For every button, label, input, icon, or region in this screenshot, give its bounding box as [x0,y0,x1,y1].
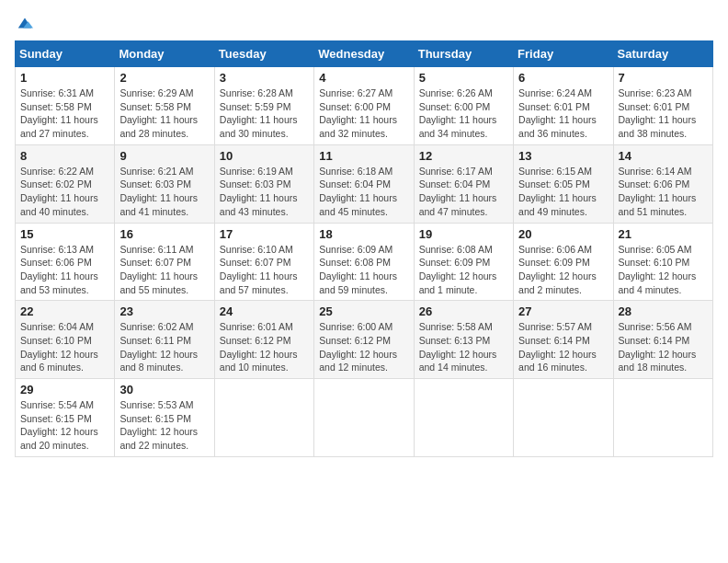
logo [15,15,33,31]
day-info: Sunrise: 6:18 AMSunset: 6:04 PMDaylight:… [319,165,408,219]
calendar-cell: 18Sunrise: 6:09 AMSunset: 6:08 PMDayligh… [314,223,414,301]
calendar-cell: 29Sunrise: 5:54 AMSunset: 6:15 PMDayligh… [16,379,115,457]
day-info: Sunrise: 6:05 AMSunset: 6:10 PMDaylight:… [619,243,708,297]
calendar-cell: 11Sunrise: 6:18 AMSunset: 6:04 PMDayligh… [314,144,414,223]
day-info: Sunrise: 6:08 AMSunset: 6:09 PMDaylight:… [419,243,508,297]
calendar-week-1: 1Sunrise: 6:31 AMSunset: 5:58 PMDaylight… [16,67,713,145]
calendar-cell: 13Sunrise: 6:15 AMSunset: 6:05 PMDayligh… [514,144,613,223]
calendar-cell: 3Sunrise: 6:28 AMSunset: 5:59 PMDaylight… [214,67,313,145]
day-number: 3 [220,71,309,85]
calendar-week-2: 8Sunrise: 6:22 AMSunset: 6:02 PMDaylight… [16,144,713,223]
logo-icon [17,15,33,31]
calendar-cell: 19Sunrise: 6:08 AMSunset: 6:09 PMDayligh… [414,223,513,301]
day-header-wednesday: Wednesday [314,41,414,67]
day-header-saturday: Saturday [613,41,712,67]
calendar-header-row: SundayMondayTuesdayWednesdayThursdayFrid… [16,41,713,67]
day-number: 8 [20,149,109,163]
day-info: Sunrise: 6:06 AMSunset: 6:09 PMDaylight:… [518,243,608,297]
calendar-cell: 26Sunrise: 5:58 AMSunset: 6:13 PMDayligh… [414,301,513,379]
calendar-cell: 9Sunrise: 6:21 AMSunset: 6:03 PMDaylight… [115,144,214,223]
day-number: 9 [119,149,209,163]
day-number: 10 [220,149,309,163]
day-number: 13 [518,149,608,163]
day-number: 24 [220,304,309,318]
day-info: Sunrise: 6:31 AMSunset: 5:58 PMDaylight:… [20,86,109,141]
calendar-cell: 4Sunrise: 6:27 AMSunset: 6:00 PMDaylight… [314,67,414,145]
day-info: Sunrise: 6:04 AMSunset: 6:10 PMDaylight:… [20,320,109,374]
day-number: 26 [419,304,508,318]
day-number: 6 [518,71,608,85]
day-number: 21 [619,227,708,241]
calendar-cell: 21Sunrise: 6:05 AMSunset: 6:10 PMDayligh… [613,223,712,301]
day-info: Sunrise: 6:28 AMSunset: 5:59 PMDaylight:… [220,86,309,141]
day-number: 15 [20,227,109,241]
day-number: 19 [419,227,508,241]
day-number: 22 [20,304,109,318]
calendar-cell: 12Sunrise: 6:17 AMSunset: 6:04 PMDayligh… [414,144,513,223]
day-number: 28 [619,304,708,318]
day-info: Sunrise: 5:57 AMSunset: 6:14 PMDaylight:… [518,320,608,374]
calendar-week-4: 22Sunrise: 6:04 AMSunset: 6:10 PMDayligh… [16,301,713,379]
calendar-cell: 1Sunrise: 6:31 AMSunset: 5:58 PMDaylight… [16,67,115,145]
calendar-cell: 6Sunrise: 6:24 AMSunset: 6:01 PMDaylight… [514,67,613,145]
day-info: Sunrise: 6:10 AMSunset: 6:07 PMDaylight:… [220,243,309,297]
calendar-cell: 14Sunrise: 6:14 AMSunset: 6:06 PMDayligh… [613,144,712,223]
calendar-cell [613,379,712,457]
day-number: 30 [119,383,209,396]
calendar-cell: 25Sunrise: 6:00 AMSunset: 6:12 PMDayligh… [314,301,414,379]
day-number: 7 [619,71,708,85]
calendar-cell: 20Sunrise: 6:06 AMSunset: 6:09 PMDayligh… [514,223,613,301]
calendar-cell: 22Sunrise: 6:04 AMSunset: 6:10 PMDayligh… [16,301,115,379]
day-header-thursday: Thursday [414,41,513,67]
day-number: 27 [518,304,608,318]
day-info: Sunrise: 6:17 AMSunset: 6:04 PMDaylight:… [419,165,508,219]
calendar-cell: 15Sunrise: 6:13 AMSunset: 6:06 PMDayligh… [16,223,115,301]
day-info: Sunrise: 6:00 AMSunset: 6:12 PMDaylight:… [319,320,408,374]
day-info: Sunrise: 6:23 AMSunset: 6:01 PMDaylight:… [619,86,708,141]
day-number: 5 [419,71,508,85]
day-number: 1 [20,71,109,85]
day-info: Sunrise: 6:02 AMSunset: 6:11 PMDaylight:… [119,320,209,374]
calendar-cell: 28Sunrise: 5:56 AMSunset: 6:14 PMDayligh… [613,301,712,379]
calendar-cell [414,379,513,457]
day-number: 4 [319,71,408,85]
day-number: 11 [319,149,408,163]
calendar-cell: 8Sunrise: 6:22 AMSunset: 6:02 PMDaylight… [16,144,115,223]
day-info: Sunrise: 6:24 AMSunset: 6:01 PMDaylight:… [518,86,608,141]
day-header-tuesday: Tuesday [214,41,313,67]
day-header-sunday: Sunday [16,41,115,67]
day-info: Sunrise: 6:14 AMSunset: 6:06 PMDaylight:… [619,165,708,219]
day-info: Sunrise: 5:54 AMSunset: 6:15 PMDaylight:… [20,398,109,453]
day-header-monday: Monday [115,41,214,67]
calendar-week-3: 15Sunrise: 6:13 AMSunset: 6:06 PMDayligh… [16,223,713,301]
day-info: Sunrise: 6:01 AMSunset: 6:12 PMDaylight:… [220,320,309,374]
day-info: Sunrise: 6:15 AMSunset: 6:05 PMDaylight:… [518,165,608,219]
day-info: Sunrise: 6:09 AMSunset: 6:08 PMDaylight:… [319,243,408,297]
day-info: Sunrise: 6:11 AMSunset: 6:07 PMDaylight:… [119,243,209,297]
calendar-cell: 5Sunrise: 6:26 AMSunset: 6:00 PMDaylight… [414,67,513,145]
day-info: Sunrise: 6:27 AMSunset: 6:00 PMDaylight:… [319,86,408,141]
calendar-cell [514,379,613,457]
day-info: Sunrise: 6:22 AMSunset: 6:02 PMDaylight:… [20,165,109,219]
calendar-cell: 16Sunrise: 6:11 AMSunset: 6:07 PMDayligh… [115,223,214,301]
calendar-cell: 17Sunrise: 6:10 AMSunset: 6:07 PMDayligh… [214,223,313,301]
day-number: 14 [619,149,708,163]
day-info: Sunrise: 5:58 AMSunset: 6:13 PMDaylight:… [419,320,508,374]
day-info: Sunrise: 6:19 AMSunset: 6:03 PMDaylight:… [220,165,309,219]
page-header [15,15,713,31]
calendar-cell: 23Sunrise: 6:02 AMSunset: 6:11 PMDayligh… [115,301,214,379]
day-number: 18 [319,227,408,241]
day-number: 17 [220,227,309,241]
calendar-cell: 10Sunrise: 6:19 AMSunset: 6:03 PMDayligh… [214,144,313,223]
calendar-cell: 27Sunrise: 5:57 AMSunset: 6:14 PMDayligh… [514,301,613,379]
calendar-cell [214,379,313,457]
day-info: Sunrise: 6:26 AMSunset: 6:00 PMDaylight:… [419,86,508,141]
calendar-table: SundayMondayTuesdayWednesdayThursdayFrid… [15,40,713,457]
day-info: Sunrise: 6:29 AMSunset: 5:58 PMDaylight:… [119,86,209,141]
calendar-cell: 2Sunrise: 6:29 AMSunset: 5:58 PMDaylight… [115,67,214,145]
day-number: 2 [119,71,209,85]
day-header-friday: Friday [514,41,613,67]
calendar-cell [314,379,414,457]
calendar-cell: 7Sunrise: 6:23 AMSunset: 6:01 PMDaylight… [613,67,712,145]
day-info: Sunrise: 6:21 AMSunset: 6:03 PMDaylight:… [119,165,209,219]
